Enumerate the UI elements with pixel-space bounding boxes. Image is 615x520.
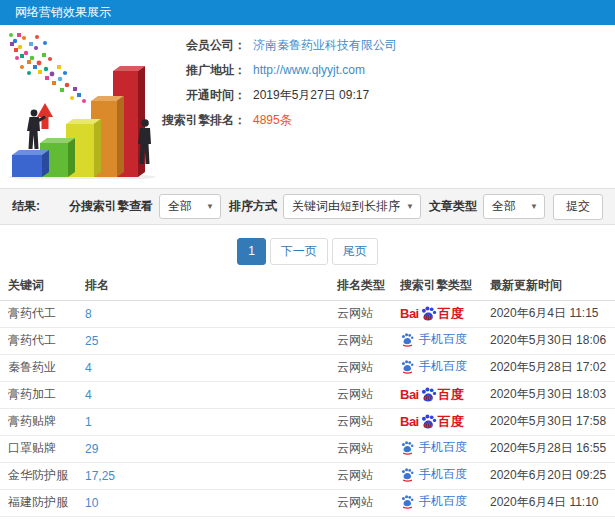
rank-type-cell: 云网站 [337, 327, 400, 354]
last-page-button[interactable]: 尾页 [332, 238, 378, 265]
time-cell: 2020年6月20日 09:25 [490, 462, 615, 489]
growth-bar-chart-illustration [2, 27, 172, 179]
time-cell: 2020年5月28日 16:55 [490, 435, 615, 462]
bar-blue [12, 150, 49, 177]
keyword-cell: 膏药贴牌 [0, 408, 85, 435]
article-type-label: 文章类型 [429, 198, 477, 215]
rank-type-cell: 云网站 [337, 381, 400, 408]
info-row-open-time: 开通时间： 2019年5月27日 09:17 [158, 87, 615, 112]
baidu-mobile-logo: 手机百度 [400, 494, 467, 509]
rank-type-cell: 云网站 [337, 489, 400, 516]
baidu-mobile-logo: 手机百度 [400, 359, 467, 374]
baidu-mobile-logo: 手机百度 [400, 467, 467, 482]
filter-bar: 结果: 分搜索引擎查看 全部 排序方式 关键词由短到长排序 文章类型 全部 提交 [0, 188, 615, 225]
table-row: 口罩贴牌 29 云网站 手机百度 2020年5月28日 16:55 [0, 435, 615, 462]
rank-type-cell: 云网站 [337, 435, 400, 462]
sort-filter-label: 排序方式 [229, 198, 277, 215]
filter-controls: 分搜索引擎查看 全部 排序方式 关键词由短到长排序 文章类型 全部 提交 [61, 194, 603, 220]
keyword-cell [0, 516, 85, 520]
col-rank-type: 排名类型 [337, 271, 400, 300]
engine-filter-label: 分搜索引擎查看 [69, 198, 153, 215]
mobile-baidu-paw-icon [400, 359, 415, 374]
col-updated: 最新更新时间 [490, 271, 615, 300]
rank-type-cell: 云网站 [337, 462, 400, 489]
next-page-button[interactable]: 下一页 [270, 238, 328, 265]
engine-filter-select[interactable]: 全部 [159, 194, 221, 219]
submit-button[interactable]: 提交 [553, 194, 603, 220]
keyword-cell: 福建防护服 [0, 489, 85, 516]
baidu-pc-logo: Baidu百度 [400, 305, 464, 322]
baidu-paw-icon: du [420, 413, 437, 430]
article-type-select[interactable]: 全部 [483, 194, 545, 219]
table-row: 膏药加工 4 云网站 Baidu百度 2020年5月30日 18:03 [0, 381, 615, 408]
baidu-mobile-logo: 手机百度 [400, 440, 467, 455]
pagination: 1 下一页 尾页 [0, 238, 615, 265]
baidu-paw-icon: du [420, 305, 437, 322]
time-cell: 2020年6月4日 11:15 [490, 300, 615, 327]
keyword-cell: 金华防护服 [0, 462, 85, 489]
time-cell [490, 516, 615, 520]
titlebar: 网络营销效果展示 [0, 0, 615, 25]
info-row-rank-count: 搜索引擎排名： 4895条 [158, 112, 615, 137]
keyword-cell: 秦鲁药业 [0, 354, 85, 381]
mobile-baidu-paw-icon [400, 440, 415, 455]
col-engine-type: 搜索引擎类型 [400, 271, 490, 300]
rank-link[interactable]: 10 [85, 496, 98, 510]
page-title: 网络营销效果展示 [15, 5, 111, 19]
time-cell: 2020年5月28日 17:02 [490, 354, 615, 381]
keyword-cell: 膏药代工 [0, 327, 85, 354]
keyword-cell: 膏药加工 [0, 381, 85, 408]
mobile-baidu-paw-icon [400, 467, 415, 482]
rank-type-cell: 云网站 [337, 354, 400, 381]
table-row: 膏药贴牌 1 云网站 Baidu百度 2020年5月30日 17:58 [0, 408, 615, 435]
result-label: 结果: [12, 198, 40, 215]
col-keyword: 关键词 [0, 271, 85, 300]
table-row: 膏药代工 8 云网站 Baidu百度 2020年6月4日 11:15 [0, 300, 615, 327]
promo-url-link[interactable]: http://www.qlyyjt.com [253, 63, 365, 77]
baidu-pc-logo: Baidu百度 [400, 386, 464, 403]
rank-link[interactable]: 25 [85, 334, 98, 348]
rank-link[interactable]: 29 [85, 442, 98, 456]
open-time-value: 2019年5月27日 09:17 [253, 87, 369, 112]
rank-type-cell [337, 516, 400, 520]
table-header-row: 关键词 排名 排名类型 搜索引擎类型 最新更新时间 [0, 271, 615, 300]
rank-count-value: 4895条 [253, 112, 292, 137]
sort-filter-select[interactable]: 关键词由短到长排序 [283, 194, 421, 219]
mobile-baidu-paw-icon [400, 332, 415, 347]
time-cell: 2020年6月4日 11:10 [490, 489, 615, 516]
page-button-1[interactable]: 1 [237, 238, 266, 265]
rank-link[interactable]: 1 [85, 415, 92, 429]
rank-link[interactable]: 17,25 [85, 469, 115, 483]
results-table: 关键词 排名 排名类型 搜索引擎类型 最新更新时间 膏药代工 8 云网站 Bai… [0, 271, 615, 520]
rank-type-cell: 云网站 [337, 300, 400, 327]
baidu-paw-icon: du [420, 386, 437, 403]
time-cell: 2020年5月30日 17:58 [490, 408, 615, 435]
keyword-cell: 膏药代工 [0, 300, 85, 327]
info-row-url: 推广地址： http://www.qlyyjt.com [158, 62, 615, 87]
col-rank: 排名 [85, 271, 337, 300]
table-row: 福建防护服 10 云网站 手机百度 2020年6月4日 11:10 [0, 489, 615, 516]
confetti-dots [9, 33, 86, 103]
mobile-baidu-paw-icon [400, 494, 415, 509]
rank-link[interactable]: 8 [85, 307, 92, 321]
keyword-cell: 口罩贴牌 [0, 435, 85, 462]
time-cell: 2020年5月30日 18:06 [490, 327, 615, 354]
rank-type-cell: 云网站 [337, 408, 400, 435]
table-row: Baidu百度 [0, 516, 615, 520]
rank-link[interactable]: 4 [85, 388, 92, 402]
time-cell: 2020年5月30日 18:03 [490, 381, 615, 408]
table-row: 秦鲁药业 4 云网站 手机百度 2020年5月28日 17:02 [0, 354, 615, 381]
info-section: 会员公司： 济南秦鲁药业科技有限公司 推广地址： http://www.qlyy… [0, 25, 615, 188]
baidu-pc-logo: Baidu百度 [400, 413, 464, 430]
info-row-company: 会员公司： 济南秦鲁药业科技有限公司 [158, 37, 615, 62]
company-link[interactable]: 济南秦鲁药业科技有限公司 [253, 38, 397, 52]
table-row: 金华防护服 17,25 云网站 手机百度 2020年6月20日 09:25 [0, 462, 615, 489]
rank-link[interactable]: 4 [85, 361, 92, 375]
baidu-mobile-logo: 手机百度 [400, 332, 467, 347]
table-row: 膏药代工 25 云网站 手机百度 2020年5月30日 18:06 [0, 327, 615, 354]
